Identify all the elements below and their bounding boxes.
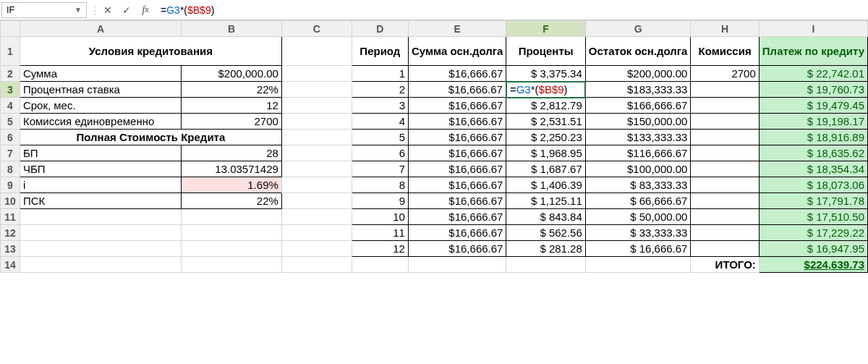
cell[interactable] — [506, 257, 585, 273]
cell[interactable] — [182, 225, 281, 241]
cell[interactable]: $ 17,791.78 — [759, 193, 867, 209]
cell[interactable]: $16,666.67 — [408, 161, 506, 177]
cell[interactable] — [20, 209, 182, 225]
row-header[interactable]: 5 — [1, 114, 20, 130]
cell[interactable]: $ 19,479.45 — [759, 98, 867, 114]
cell[interactable] — [691, 193, 759, 209]
cell[interactable]: $ 66,666.67 — [585, 193, 691, 209]
cell[interactable]: Полная Стоимость Кредита — [20, 130, 281, 145]
cell[interactable]: $ 3,375.34 — [506, 66, 585, 82]
cell[interactable]: $ 50,000.00 — [585, 209, 691, 225]
cell[interactable]: $ 1,125.11 — [506, 193, 585, 209]
cell[interactable]: $ 17,510.50 — [759, 209, 867, 225]
cell[interactable] — [691, 98, 759, 114]
cell[interactable]: Процентная ставка — [20, 82, 182, 98]
cell[interactable]: $16,666.67 — [408, 98, 506, 114]
row-header[interactable]: 9 — [1, 177, 20, 193]
row-header[interactable]: 8 — [1, 161, 20, 177]
cell[interactable] — [281, 114, 352, 130]
cell[interactable]: 22% — [182, 82, 281, 98]
cell[interactable] — [352, 257, 408, 273]
cell[interactable]: Комиссия — [691, 37, 759, 66]
row-header[interactable]: 10 — [1, 193, 20, 209]
cell[interactable] — [182, 257, 281, 273]
cell[interactable]: $ 562.56 — [506, 225, 585, 241]
cell[interactable] — [281, 66, 352, 82]
row-header[interactable]: 13 — [1, 241, 20, 257]
cell[interactable]: $200,000.00 — [585, 66, 691, 82]
cell[interactable]: ЧБП — [20, 161, 182, 177]
cell[interactable]: $16,666.67 — [408, 66, 506, 82]
cell[interactable]: Комиссия единовременно — [20, 114, 182, 130]
cell[interactable]: $16,666.67 — [408, 130, 506, 145]
cell[interactable] — [182, 209, 281, 225]
cell[interactable]: i — [20, 177, 182, 193]
cell[interactable] — [691, 225, 759, 241]
cell[interactable] — [408, 257, 506, 273]
cell[interactable] — [281, 177, 352, 193]
cell[interactable] — [691, 161, 759, 177]
cell[interactable]: $ 18,635.62 — [759, 145, 867, 161]
cell[interactable]: $ 83,333.33 — [585, 177, 691, 193]
cell[interactable] — [281, 257, 352, 273]
cell[interactable]: $116,666.67 — [585, 145, 691, 161]
cell[interactable]: 4 — [352, 114, 408, 130]
cell[interactable]: $ 1,687.67 — [506, 161, 585, 177]
cell[interactable]: 3 — [352, 98, 408, 114]
cell[interactable]: $16,666.67 — [408, 177, 506, 193]
cell[interactable]: $ 17,229.22 — [759, 225, 867, 241]
cell[interactable]: 12 — [182, 98, 281, 114]
cell[interactable]: $ 1,406.39 — [506, 177, 585, 193]
name-box[interactable]: IF ▼ — [1, 2, 87, 18]
cell[interactable]: $16,666.67 — [408, 145, 506, 161]
cell[interactable]: Сумма осн.долга — [408, 37, 506, 66]
chevron-down-icon[interactable]: ▼ — [75, 6, 82, 14]
cell[interactable]: $ 16,666.67 — [585, 241, 691, 257]
col-header[interactable]: B — [182, 21, 281, 37]
cell[interactable] — [691, 209, 759, 225]
cell[interactable]: 2700 — [182, 114, 281, 130]
cell[interactable] — [20, 257, 182, 273]
cell[interactable]: БП — [20, 145, 182, 161]
cell[interactable]: ПСК — [20, 193, 182, 209]
cell[interactable]: $200,000.00 — [182, 66, 281, 82]
cell[interactable]: 7 — [352, 161, 408, 177]
cell[interactable]: Проценты — [506, 37, 585, 66]
row-header[interactable]: 4 — [1, 98, 20, 114]
cell[interactable] — [281, 209, 352, 225]
row-header[interactable]: 6 — [1, 130, 20, 145]
cell[interactable]: 6 — [352, 145, 408, 161]
cell[interactable]: Остаток осн.долга — [585, 37, 691, 66]
cell[interactable] — [20, 225, 182, 241]
cell[interactable] — [281, 130, 352, 145]
cell[interactable]: 8 — [352, 177, 408, 193]
row-header[interactable]: 7 — [1, 145, 20, 161]
cell[interactable]: $16,666.67 — [408, 193, 506, 209]
cell[interactable] — [691, 114, 759, 130]
cell[interactable] — [691, 241, 759, 257]
cell[interactable]: Сумма — [20, 66, 182, 82]
row-header[interactable]: 14 — [1, 257, 20, 273]
select-all-corner[interactable] — [1, 21, 20, 37]
cell[interactable] — [281, 37, 352, 66]
cell[interactable]: $ 18,354.34 — [759, 161, 867, 177]
row-header[interactable]: 3 — [1, 82, 20, 98]
cell[interactable] — [691, 145, 759, 161]
cell[interactable]: $ 2,531.51 — [506, 114, 585, 130]
cell[interactable]: $166,666.67 — [585, 98, 691, 114]
cell[interactable]: 28 — [182, 145, 281, 161]
cell[interactable]: Период — [352, 37, 408, 66]
cell-reference-highlight[interactable]: 1.69% — [182, 177, 281, 193]
cell[interactable]: 2 — [352, 82, 408, 98]
cell[interactable]: $ 2,812.79 — [506, 98, 585, 114]
cell[interactable]: $ 281.28 — [506, 241, 585, 257]
col-header[interactable]: C — [281, 21, 352, 37]
cell-total[interactable]: $224,639.73 — [759, 257, 867, 273]
cell[interactable]: Условия кредитования — [20, 37, 281, 66]
row-header[interactable]: 2 — [1, 66, 20, 82]
cell[interactable] — [281, 145, 352, 161]
spreadsheet-grid[interactable]: A B C D E F G H I 1 Условия кредитования… — [0, 20, 868, 273]
cell[interactable]: 9 — [352, 193, 408, 209]
cell[interactable]: $16,666.67 — [408, 209, 506, 225]
col-header[interactable]: H — [691, 21, 759, 37]
